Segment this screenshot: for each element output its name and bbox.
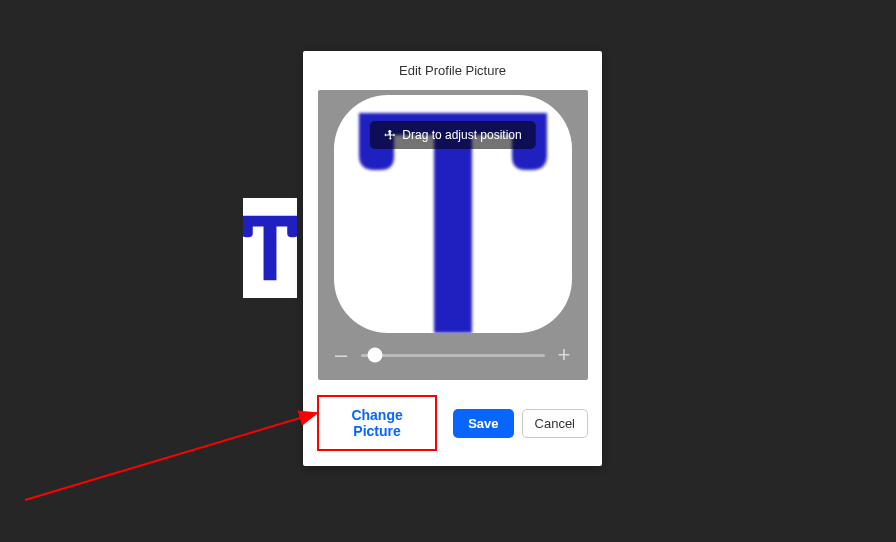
drag-hint-tooltip: Drag to adjust position	[369, 121, 535, 149]
modal-title: Edit Profile Picture	[317, 63, 588, 78]
change-picture-button[interactable]: Change Picture	[327, 401, 427, 445]
zoom-in-button[interactable]: +	[557, 344, 572, 366]
zoom-slider: – +	[334, 344, 572, 366]
zoom-slider-thumb[interactable]	[368, 348, 383, 363]
move-icon	[383, 129, 396, 142]
edit-profile-picture-modal: Edit Profile Picture Drag to adjust posi…	[303, 51, 602, 466]
thumbnail-image	[243, 213, 297, 283]
annotation-highlight: Change Picture	[317, 395, 437, 451]
cancel-button[interactable]: Cancel	[522, 409, 588, 438]
modal-actions: Change Picture Save Cancel	[317, 395, 588, 451]
background-thumbnail	[243, 198, 297, 298]
zoom-slider-track[interactable]	[361, 354, 545, 357]
drag-hint-text: Drag to adjust position	[402, 128, 521, 142]
svg-line-1	[25, 413, 317, 500]
zoom-out-button[interactable]: –	[334, 344, 349, 366]
save-button[interactable]: Save	[453, 409, 513, 438]
image-crop-area[interactable]: Drag to adjust position – +	[318, 90, 588, 380]
annotation-arrow	[20, 395, 350, 515]
